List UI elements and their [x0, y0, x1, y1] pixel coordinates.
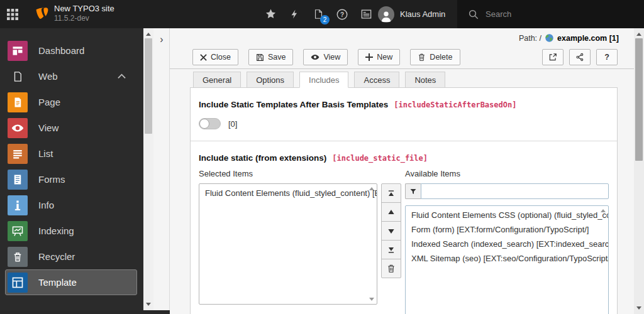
move-to-bottom-button[interactable] [381, 240, 401, 259]
trash-icon [8, 247, 28, 267]
tab-panel-includes: Include Static Templates After Basis Tem… [190, 87, 618, 314]
info-icon [8, 195, 28, 215]
filter-icon [409, 188, 417, 195]
opendocs-button[interactable]: 2 [311, 7, 326, 22]
form-icon [8, 170, 28, 190]
save-icon [256, 53, 264, 62]
list-item[interactable]: Form (form) [EXT:form/Configuration/Typo… [406, 222, 608, 237]
share-icon [575, 53, 584, 62]
sidebar-item-template[interactable]: Template [5, 269, 137, 295]
list-item[interactable]: Fluid Content Elements (fluid_styled_con… [199, 186, 377, 200]
scroll-down-arrow[interactable] [636, 306, 641, 310]
help-button[interactable]: ? [335, 7, 350, 22]
new-button[interactable]: New [358, 49, 400, 65]
pagetree-panel-collapsed: › [153, 28, 170, 310]
search-icon [468, 9, 479, 20]
field-code: [include_static_file] [332, 154, 428, 163]
sidebar-footer [0, 310, 170, 314]
trash-icon [418, 53, 426, 62]
tab-access[interactable]: Access [354, 72, 399, 88]
modules-grid-icon[interactable] [0, 0, 25, 28]
sidebar-scrollbar[interactable] [143, 28, 153, 310]
move-to-top-button[interactable] [381, 183, 401, 203]
breadcrumb: Path: / example.com [1] [519, 33, 619, 43]
field-code: [includeStaticAfterBasedOn] [394, 100, 516, 109]
sidebar-section-web[interactable]: Web [0, 63, 143, 89]
svg-text:?: ? [340, 11, 344, 18]
close-button[interactable]: Close [192, 49, 238, 65]
scroll-up-arrow[interactable] [636, 33, 641, 36]
scroll-up-arrow[interactable] [601, 209, 606, 212]
sidebar-item-dashboard[interactable]: Dashboard [0, 38, 143, 63]
sidebar-item-list[interactable]: List [0, 141, 143, 166]
remove-item-button[interactable] [381, 259, 401, 278]
tab-general[interactable]: General [193, 72, 241, 88]
move-top-icon [387, 189, 396, 198]
share-button[interactable] [569, 49, 591, 65]
open-in-new-button[interactable] [542, 49, 564, 65]
move-up-button[interactable] [381, 202, 401, 222]
filter-input[interactable] [421, 183, 609, 199]
module-menu: Dashboard Web Page View List [0, 28, 143, 310]
sidebar-item-page[interactable]: Page [0, 89, 143, 115]
item-mover-buttons [377, 169, 405, 314]
typo3-logo-icon[interactable] [31, 4, 50, 24]
save-button[interactable]: Save [248, 49, 294, 65]
selected-items-listbox[interactable]: Fluid Content Elements (fluid_styled_con… [199, 183, 377, 305]
chevron-up-icon [118, 73, 126, 79]
available-items-label: Available Items [405, 169, 609, 180]
tab-options[interactable]: Options [247, 72, 294, 88]
typo3-version: 11.5.2-dev [54, 14, 114, 23]
clear-cache-button[interactable] [287, 7, 302, 22]
available-items-listbox[interactable]: Fluid Content Elements CSS (optional) (f… [405, 205, 609, 314]
list-item[interactable]: XML Sitemap (seo) [EXT:seo/Configuration… [406, 251, 608, 266]
globe-icon [545, 33, 554, 43]
sidebar-item-forms[interactable]: Forms [0, 166, 143, 192]
docheader-buttons: Close Save View New Delete [192, 49, 460, 65]
filter-addon [405, 183, 421, 199]
scroll-up-arrow[interactable] [146, 33, 151, 36]
plus-icon [365, 53, 373, 61]
template-icon [8, 273, 28, 293]
arrow-down-icon [387, 227, 396, 236]
topbar-search [457, 0, 644, 28]
search-input[interactable] [486, 9, 618, 19]
tab-includes[interactable]: Includes [299, 72, 348, 88]
move-down-button[interactable] [381, 221, 401, 241]
close-icon [200, 54, 207, 61]
record-tabs: General Options Includes Access Notes [193, 72, 451, 88]
help-button-docheader[interactable]: ? [596, 49, 618, 65]
sidebar-item-recycler[interactable]: Recycler [0, 244, 143, 269]
page-icon [8, 92, 28, 112]
delete-button[interactable]: Delete [410, 49, 460, 65]
docheader-meta-buttons: ? [542, 49, 618, 65]
scrollbar-thumb[interactable] [635, 38, 643, 161]
scroll-down-arrow[interactable] [369, 298, 374, 301]
systeminfo-button[interactable] [358, 7, 374, 22]
tab-notes[interactable]: Notes [405, 72, 445, 88]
scroll-down-arrow[interactable] [146, 303, 151, 306]
opendocs-count-badge: 2 [320, 15, 330, 24]
site-info: New TYPO3 site 11.5.2-dev [54, 4, 114, 23]
external-link-icon [548, 53, 557, 62]
help-icon: ? [336, 8, 348, 21]
bookmark-button[interactable] [263, 7, 278, 22]
view-button[interactable]: View [303, 49, 348, 65]
pagetree-expand-button[interactable]: › [153, 32, 170, 47]
avatar [378, 6, 394, 23]
toggle-switch-off[interactable] [199, 118, 221, 129]
list-item[interactable]: Indexed Search (indexed_search) [EXT:ind… [406, 237, 608, 251]
scrollbar-thumb[interactable] [145, 38, 152, 134]
field-include-static: Include static (from extensions) [includ… [191, 141, 617, 314]
sidebar-item-info[interactable]: Info [0, 192, 143, 218]
scroll-up-arrow[interactable] [369, 187, 374, 190]
site-title: New TYPO3 site [54, 4, 114, 14]
list-item[interactable]: Fluid Content Elements CSS (optional) (f… [406, 208, 608, 222]
sidebar-item-indexing[interactable]: Indexing [0, 218, 143, 244]
trash-icon [387, 264, 396, 273]
sidebar-item-view[interactable]: View [0, 115, 143, 141]
grid-icon [6, 8, 19, 21]
topbar-tools: 2 ? [263, 0, 374, 28]
content-scrollbar[interactable] [634, 28, 644, 314]
user-menu[interactable]: Klaus Admin [378, 0, 445, 28]
